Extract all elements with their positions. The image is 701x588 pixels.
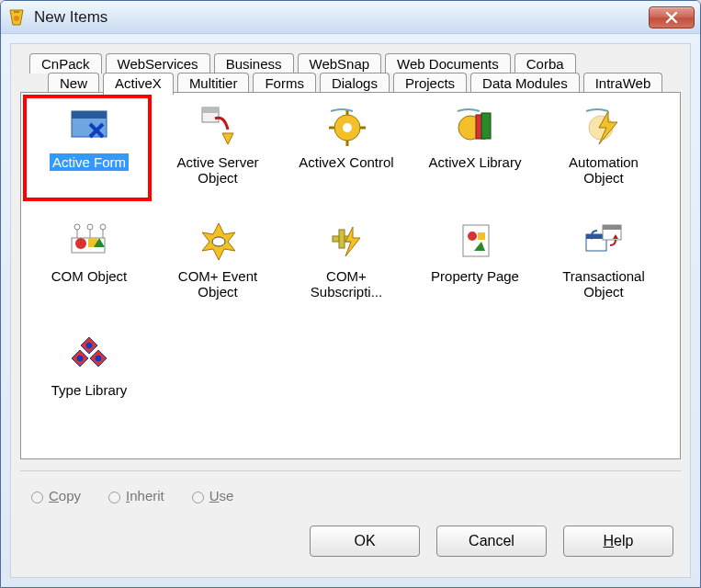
windows-swap-icon: [582, 218, 626, 262]
item-transactional-object[interactable]: Transactional Object: [543, 214, 664, 324]
ok-button[interactable]: OK: [310, 526, 420, 557]
title-bar[interactable]: New Items: [1, 1, 700, 34]
svg-rect-14: [481, 113, 491, 139]
close-button[interactable]: [649, 6, 695, 28]
svg-point-47: [96, 356, 101, 361]
app-icon: [6, 7, 27, 28]
tab-projects[interactable]: Projects: [393, 73, 467, 93]
item-label: Active Form: [50, 153, 129, 171]
svg-point-28: [212, 237, 225, 246]
svg-point-22: [87, 224, 93, 230]
item-active-server-object[interactable]: Active Server Object: [157, 100, 278, 210]
item-label: Property Page: [428, 267, 522, 285]
tab-data-modules[interactable]: Data Modules: [470, 73, 580, 93]
svg-rect-34: [478, 232, 485, 240]
inherit-mode-row: Copy Inherit Use: [20, 488, 681, 503]
items-panel: Active FormActive Server ObjectActiveX C…: [20, 92, 681, 459]
radio-copy: Copy: [31, 488, 81, 503]
tab-web-documents[interactable]: Web Documents: [385, 53, 511, 74]
svg-marker-31: [345, 227, 360, 256]
item-activex-control[interactable]: ActiveX Control: [286, 100, 407, 210]
svg-point-33: [468, 232, 477, 241]
diamonds-icon: [67, 332, 111, 376]
svg-rect-30: [339, 230, 345, 248]
title-text: New Items: [34, 8, 107, 27]
svg-point-0: [14, 16, 19, 21]
tab-bar: CnPackWebServicesBusinessWebSnapWeb Docu…: [20, 53, 681, 93]
svg-point-21: [74, 224, 80, 230]
item-label: COM+ Event Object: [163, 267, 273, 301]
item-label: Automation Object: [548, 153, 659, 187]
item-type-library[interactable]: Type Library: [28, 328, 150, 438]
radio-use: Use: [192, 488, 234, 503]
item-property-page[interactable]: Property Page: [414, 214, 536, 324]
books-gold-icon: [453, 104, 497, 148]
gear-burst-icon: [196, 218, 240, 262]
shapes-page-icon: [453, 218, 497, 262]
radio-inherit: Inherit: [108, 488, 164, 503]
tab-business[interactable]: Business: [214, 53, 294, 74]
close-icon: [665, 12, 678, 23]
svg-point-46: [77, 356, 83, 361]
svg-point-23: [100, 224, 106, 230]
item-label: Type Library: [49, 381, 130, 399]
item-label: COM Object: [49, 267, 130, 285]
bolt-gold-icon: [582, 104, 626, 148]
svg-rect-2: [72, 111, 107, 119]
tab-activex[interactable]: ActiveX: [103, 73, 174, 95]
item-label: ActiveX Control: [296, 153, 396, 171]
svg-point-45: [86, 343, 92, 348]
box-arrow-icon: [196, 104, 240, 148]
tab-dialogs[interactable]: Dialogs: [320, 73, 390, 93]
item-com-event-object[interactable]: COM+ Event Object: [157, 214, 278, 324]
item-automation-object[interactable]: Automation Object: [543, 100, 664, 210]
tab-intraweb[interactable]: IntraWeb: [583, 73, 663, 93]
tab-forms[interactable]: Forms: [253, 73, 316, 93]
tab-websnap[interactable]: WebSnap: [298, 53, 382, 74]
svg-rect-39: [603, 225, 621, 230]
svg-rect-4: [202, 107, 219, 113]
item-activex-library[interactable]: ActiveX Library: [414, 100, 536, 210]
form-x-icon: [67, 104, 111, 148]
svg-point-7: [343, 123, 352, 132]
tab-new[interactable]: New: [48, 73, 99, 93]
button-bar: OK Cancel Help: [20, 526, 681, 557]
cancel-button[interactable]: Cancel: [436, 526, 547, 557]
item-com-object[interactable]: COM Object: [28, 214, 150, 324]
item-label: ActiveX Library: [426, 153, 525, 171]
tab-cnpack[interactable]: CnPack: [29, 53, 102, 74]
item-label: Active Server Object: [163, 153, 273, 187]
plus-bolt-icon: [324, 218, 368, 262]
tab-webservices[interactable]: WebServices: [106, 53, 210, 74]
tab-multitier[interactable]: Multitier: [177, 73, 250, 93]
tab-corba[interactable]: Corba: [514, 53, 576, 74]
svg-point-18: [75, 238, 86, 249]
item-active-form[interactable]: Active Form: [28, 100, 150, 210]
shapes-icon: [67, 218, 111, 262]
item-com-subscripti-[interactable]: COM+ Subscripti...: [286, 214, 407, 324]
dialog-window: New Items CnPackWebServicesBusinessWebSn…: [0, 0, 701, 588]
svg-rect-32: [463, 225, 489, 256]
help-button[interactable]: Help: [563, 526, 673, 557]
svg-marker-5: [222, 133, 233, 144]
item-label: COM+ Subscripti...: [291, 267, 401, 301]
client-area: CnPackWebServicesBusinessWebSnapWeb Docu…: [10, 43, 691, 578]
gear-gold-icon: [324, 104, 368, 148]
item-label: Transactional Object: [548, 267, 659, 301]
